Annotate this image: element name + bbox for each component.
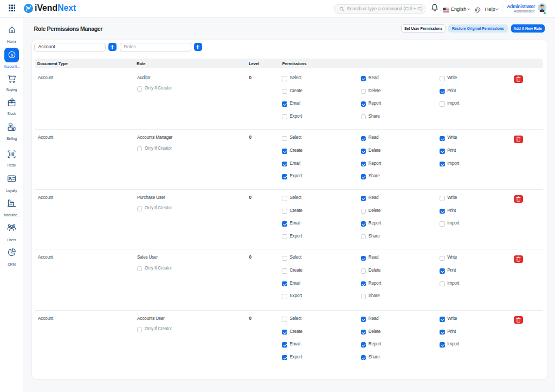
svg-text:$: $ bbox=[10, 53, 13, 57]
